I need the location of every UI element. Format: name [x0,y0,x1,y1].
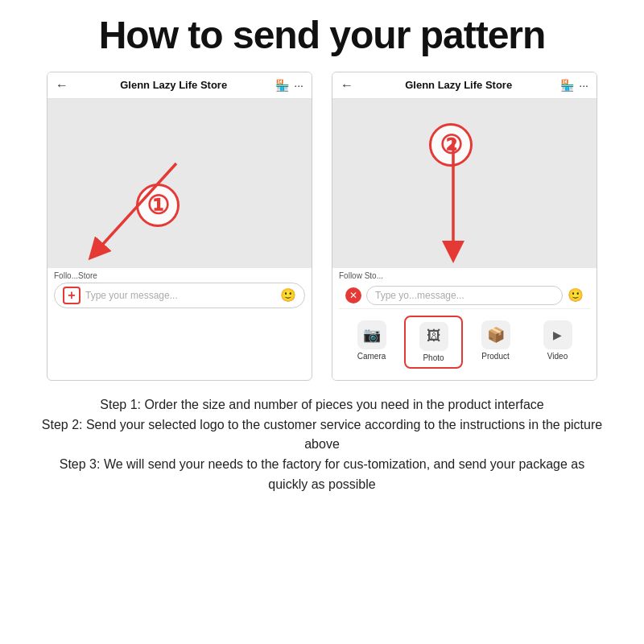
icon-item-photo[interactable]: 🖼 Photo [404,316,463,369]
phone-body-1: ① [47,99,312,268]
smiley-icon-1: 🙂 [280,287,296,303]
screenshots-row: ← Glenn Lazy Life Store 🏪 ··· ① [16,72,628,381]
step-2-text: Step 2: Send your selected logo to the c… [40,415,604,456]
follow-store-bar-2: Follow Sto... [339,271,590,283]
product-label: Product [481,352,509,361]
message-input-box-2[interactable]: Type yo...message... [366,286,563,305]
step-circle-2: ② [429,123,473,167]
main-title: How to send your pattern [99,14,546,57]
phone-mockup-1: ← Glenn Lazy Life Store 🏪 ··· ① [47,72,312,381]
message-placeholder-1: Type your message... [85,290,275,301]
video-icon: ▶ [543,320,572,349]
phone-header-2: ← Glenn Lazy Life Store 🏪 ··· [332,72,597,99]
video-label: Video [547,352,568,361]
store-name-2: Glenn Lazy Life Store [363,79,554,91]
step-circle-1: ① [136,184,180,227]
steps-section: Step 1: Order the size and number of pie… [16,395,628,495]
shop-icon-2: 🏪 [560,79,574,92]
close-red-btn[interactable]: ✕ [345,287,361,303]
camera-icon: 📷 [357,320,386,349]
phone-mockup-2: ← Glenn Lazy Life Store 🏪 ··· ② [332,72,597,381]
smiley-icon-2: 🙂 [568,287,584,303]
back-arrow-2[interactable]: ← [341,78,353,93]
camera-label: Camera [357,352,386,361]
plus-button-1[interactable]: + [63,287,80,304]
store-name-1: Glenn Lazy Life Store [78,79,269,91]
header-icons-1: 🏪 ··· [275,79,303,92]
phone-header-1: ← Glenn Lazy Life Store 🏪 ··· [47,72,312,99]
dots-icon-2[interactable]: ··· [579,79,588,92]
product-icon: 📦 [481,320,510,349]
icon-item-video[interactable]: ▶ Video [528,316,587,369]
back-arrow-1[interactable]: ← [56,78,68,93]
message-placeholder-2: Type yo...message... [375,290,464,301]
shop-icon-1: 🏪 [275,79,289,92]
icon-item-camera[interactable]: 📷 Camera [342,316,401,369]
message-input-row-1[interactable]: + Type your message... 🙂 [54,283,305,308]
icon-item-product[interactable]: 📦 Product [466,316,525,369]
step-1-text: Step 1: Order the size and number of pie… [40,395,604,415]
phone-body-2: ② [332,99,597,268]
header-icons-2: 🏪 ··· [560,79,588,92]
follow-store-bar-1: Follo...Store [54,271,305,283]
photo-label: Photo [423,353,444,362]
photo-icon: 🖼 [419,322,448,351]
phone-bottom-2: Follow Sto... ✕ Type yo...message... 🙂 📷… [332,268,597,380]
message-input-row-2[interactable]: ✕ Type yo...message... 🙂 [339,283,590,309]
phone-bottom-1: Follo...Store + Type your message... 🙂 [47,268,312,313]
step-3-text: Step 3: We will send your needs to the f… [40,455,604,495]
dots-icon-1[interactable]: ··· [294,79,303,92]
page-container: How to send your pattern ← Glenn Lazy Li… [0,0,644,644]
icons-grid: 📷 Camera 🖼 Photo 📦 Product ▶ Video [339,309,590,375]
